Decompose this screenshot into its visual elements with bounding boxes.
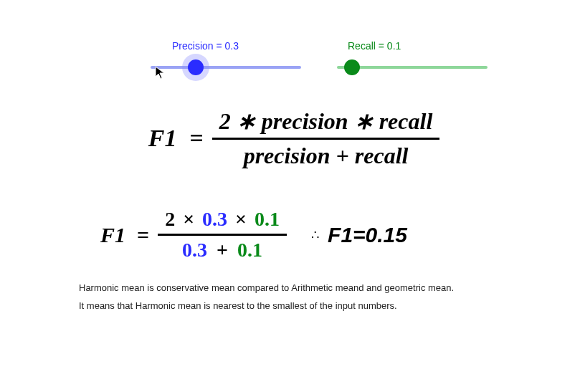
description-line-1: Harmonic mean is conservative mean compa…: [79, 279, 523, 297]
recall-slider[interactable]: Recall = 0.1: [337, 43, 488, 86]
sub-denominator: 0.3 + 0.1: [158, 239, 287, 262]
recall-slider-label: Recall = 0.1: [348, 40, 401, 52]
sub-recall-den: 0.1: [237, 239, 262, 261]
f1-formula: F1 = 2 ∗ precision ∗ recall precision + …: [93, 107, 495, 169]
formula-equals: =: [189, 125, 203, 152]
formula-bar: [212, 138, 440, 140]
description-text: Harmonic mean is conservative mean compa…: [79, 279, 523, 315]
precision-slider-track: [151, 66, 301, 69]
sub-numerator: 2 × 0.3 × 0.1: [158, 208, 287, 231]
recall-slider-thumb[interactable]: [344, 59, 360, 75]
precision-slider-thumb[interactable]: [188, 59, 204, 75]
sub-precision-den: 0.3: [182, 239, 207, 261]
therefore-symbol: ∴: [311, 227, 319, 243]
precision-slider[interactable]: Precision = 0.3: [151, 43, 301, 86]
sub-recall-num: 0.1: [255, 208, 280, 230]
f1-substitution: F1 = 2 × 0.3 × 0.1 0.3 + 0.1 ∴ F1=0.15: [100, 208, 502, 262]
formula-fraction: 2 ∗ precision ∗ recall precision + recal…: [212, 107, 440, 169]
formula-denominator: precision + recall: [212, 143, 440, 169]
sliders-row: Precision = 0.3 Recall = 0.1: [151, 43, 488, 86]
sub-bar: [158, 234, 287, 236]
sub-fraction: 2 × 0.3 × 0.1 0.3 + 0.1: [158, 208, 287, 262]
description-line-2: It means that Harmonic mean is nearest t…: [79, 297, 523, 315]
formula-numerator: 2 ∗ precision ∗ recall: [212, 107, 440, 135]
sub-lhs: F1: [100, 223, 125, 247]
sub-equals: =: [137, 223, 149, 247]
f1-result: F1=0.15: [328, 223, 407, 247]
sub-precision-num: 0.3: [202, 208, 227, 230]
formula-lhs: F1: [148, 125, 177, 152]
precision-slider-label: Precision = 0.3: [172, 40, 239, 52]
